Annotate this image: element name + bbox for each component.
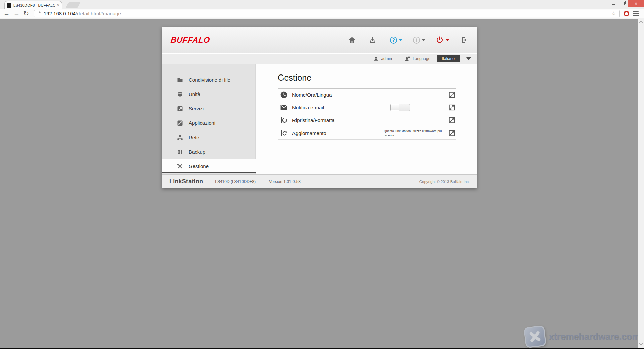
sidebar: Condivisione di file Unità Servizi Appli… — [162, 64, 256, 174]
url-bar[interactable]: 192.168.0.104/detail.html#manage ☆ — [34, 10, 620, 17]
bookmark-star-icon[interactable]: ☆ — [611, 11, 616, 16]
screen: LS410DDF8 - BUFFALO Lin × × ← → ↻ 192.16… — [0, 0, 644, 349]
sidebar-item-rete[interactable]: Rete — [162, 130, 255, 145]
tools-icon — [177, 163, 183, 170]
info-icon: i — [413, 37, 420, 44]
sidebar-item-backup[interactable]: Backup — [162, 145, 255, 159]
url-host: 192.168.0.104 — [44, 11, 76, 16]
divider — [398, 56, 398, 62]
page-scrollbar[interactable] — [638, 19, 644, 348]
tab-favicon-icon — [7, 3, 11, 8]
username: admin — [381, 56, 392, 61]
open-settings-icon[interactable] — [448, 91, 456, 99]
power-caret-icon — [445, 39, 449, 41]
clock-icon — [280, 91, 288, 99]
firmware-version: Version 1.01-0.53 — [269, 179, 301, 184]
network-icon — [177, 134, 183, 141]
panel-header: BUFFALO ? i — [162, 27, 477, 53]
bottom-edge — [0, 348, 644, 349]
sidebar-item-condivisione-di-file[interactable]: Condivisione di file — [162, 72, 255, 87]
user-bar: admin Language Italiano — [162, 54, 477, 64]
scroll-down-icon[interactable] — [639, 342, 643, 345]
download-button[interactable] — [369, 36, 377, 44]
url-path: /detail.html#manage — [76, 11, 121, 16]
home-button[interactable] — [348, 36, 356, 44]
minimize-button[interactable] — [608, 0, 618, 7]
window-controls: × — [608, 0, 644, 7]
user-info: admin — [373, 56, 392, 61]
services-icon — [177, 105, 183, 112]
help-caret-icon — [399, 39, 403, 41]
panel-footer: LinkStation LS410D (LS410DDF8) Version 1… — [162, 174, 477, 188]
buffalo-logo: BUFFALO — [170, 35, 211, 45]
restore-icon — [280, 116, 288, 124]
page-title: Gestione — [278, 73, 456, 83]
folder-icon — [177, 77, 183, 83]
sidebar-item-unita[interactable]: Unità — [162, 87, 255, 101]
forward-button[interactable]: → — [13, 10, 20, 17]
page-icon — [37, 11, 41, 16]
browser-tab[interactable]: LS410DDF8 - BUFFALO Lin × — [4, 1, 62, 9]
open-settings-icon[interactable] — [448, 104, 456, 111]
settings-list: Nome/Ora/Lingua Notifica e-mail — [278, 88, 456, 140]
info-button[interactable]: i — [413, 37, 426, 44]
logout-icon — [460, 36, 468, 44]
apps-icon — [177, 120, 183, 127]
sidebar-item-gestione[interactable]: Gestione — [162, 159, 256, 173]
header-icons: ? i — [348, 36, 468, 44]
download-icon — [369, 36, 377, 44]
row-notifica-email[interactable]: Notifica e-mail — [278, 101, 456, 114]
logout-button[interactable] — [460, 36, 468, 44]
refresh-button[interactable]: ↻ — [23, 10, 29, 17]
firmware-note: Questo LinkStation utilizza il firmware … — [384, 129, 447, 137]
row-nome-ora-lingua[interactable]: Nome/Ora/Lingua — [278, 89, 456, 101]
sidebar-item-servizi[interactable]: Servizi — [162, 101, 255, 116]
sidebar-item-applicazioni[interactable]: Applicazioni — [162, 116, 255, 130]
copyright: Copyright © 2013 Buffalo Inc. — [419, 180, 470, 184]
device-model: LS410D (LS410DDF8) — [215, 179, 256, 184]
linkstation-logo: LinkStation — [169, 178, 203, 185]
browser-menu-icon[interactable] — [633, 11, 639, 16]
open-settings-icon[interactable] — [448, 116, 456, 124]
language-icon — [405, 56, 410, 62]
help-icon: ? — [390, 37, 397, 44]
power-button[interactable] — [436, 36, 449, 44]
close-button[interactable]: × — [628, 0, 644, 7]
extension-stop-icon[interactable] — [624, 11, 629, 16]
open-settings-icon[interactable] — [448, 129, 456, 137]
backup-icon — [177, 149, 183, 155]
update-icon — [280, 129, 288, 137]
panel-body: Condivisione di file Unità Servizi Appli… — [162, 64, 477, 174]
new-tab-button[interactable] — [65, 2, 80, 8]
scroll-up-icon[interactable] — [639, 21, 643, 24]
main-content: Gestione Nome/Ora/Lingua Notifica e-mail — [256, 64, 477, 174]
row-ripristina-formatta[interactable]: Ripristina/Formatta — [278, 114, 456, 127]
watermark: xtremehardware.com — [525, 326, 640, 347]
language-section: Language Italiano — [405, 55, 471, 62]
power-icon — [436, 36, 444, 44]
help-button[interactable]: ? — [390, 37, 403, 44]
maximize-button[interactable] — [618, 0, 628, 7]
watermark-text: xtremehardware.com — [549, 332, 640, 342]
browser-toolbar: ← → ↻ 192.168.0.104/detail.html#manage ☆ — [0, 9, 644, 18]
drive-icon — [177, 91, 183, 98]
language-label: Language — [413, 56, 430, 61]
back-button[interactable]: ← — [3, 10, 10, 17]
tab-title: LS410DDF8 - BUFFALO Lin — [13, 3, 55, 7]
row-aggiornamento[interactable]: Aggiornamento Questo LinkStation utilizz… — [278, 127, 456, 140]
linkstation-panel: BUFFALO ? i — [162, 27, 477, 188]
xtremehardware-logo-icon — [524, 325, 547, 348]
language-caret-icon[interactable] — [466, 57, 471, 60]
language-value-button[interactable]: Italiano — [437, 55, 460, 62]
home-icon — [348, 36, 356, 44]
user-icon — [373, 56, 379, 61]
email-notification-toggle[interactable] — [390, 104, 410, 111]
info-caret-icon — [422, 39, 426, 41]
toggle-knob — [391, 104, 399, 111]
tab-strip: LS410DDF8 - BUFFALO Lin × × — [0, 0, 644, 9]
mail-icon — [280, 103, 288, 112]
tab-close-icon[interactable]: × — [57, 3, 59, 7]
browser-chrome: LS410DDF8 - BUFFALO Lin × × ← → ↻ 192.16… — [0, 0, 644, 19]
